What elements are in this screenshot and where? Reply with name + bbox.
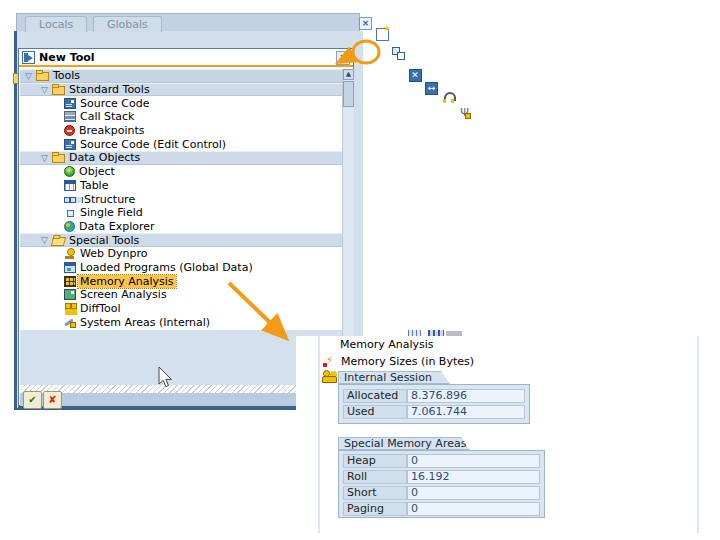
difftool-icon	[64, 303, 76, 314]
tree-item-breakpoints[interactable]: Breakpoints	[20, 124, 342, 138]
field-value: 0	[407, 454, 540, 468]
tree-item-tools[interactable]: Tools	[20, 69, 342, 83]
highlighted-label: Memory Analysis	[78, 275, 176, 288]
tree-item-special-tools[interactable]: Special Tools	[20, 233, 342, 247]
memory-panel-title: Memory Analysis	[340, 338, 434, 351]
special-memory-areas-groupbox: Heap 0 Roll 16.192 Short 0 Paging 0	[338, 450, 545, 518]
debugger-screen: Locals Globals New Tool × Tools Standard…	[0, 0, 720, 540]
exit-dialog-icon	[22, 51, 35, 64]
field-value: 7.061.744	[407, 405, 525, 419]
close-tool-icon[interactable]	[359, 17, 372, 30]
field-value: 8.376.896	[407, 389, 525, 403]
field-label: Allocated	[343, 389, 407, 403]
tree-item-table[interactable]: Table	[20, 179, 342, 193]
field-label: Paging	[343, 502, 407, 516]
full-screen-icon[interactable]	[409, 69, 422, 82]
field-row: Short 0	[343, 486, 540, 500]
folder-icon	[52, 154, 65, 163]
tree-item-data-objects[interactable]: Data Objects	[20, 151, 342, 165]
resize-horizontal-icon[interactable]	[425, 82, 438, 95]
system-areas-icon	[64, 317, 76, 328]
tree-item-standard-tools[interactable]: Standard Tools	[20, 83, 342, 97]
tree-item-single-field[interactable]: Single Field	[20, 206, 342, 220]
folder-icon	[52, 86, 65, 95]
dialog-titlebar[interactable]: New Tool	[19, 49, 353, 67]
folder-icon	[36, 72, 49, 81]
data-explorer-icon	[64, 221, 75, 232]
field-row: Used 7.061.744	[343, 405, 525, 419]
tool-settings-icon[interactable]	[458, 106, 471, 119]
new-tool-icon[interactable]	[376, 28, 389, 41]
breakpoint-icon	[64, 125, 75, 136]
web-dynpro-icon	[64, 248, 76, 259]
tree-item-system-areas[interactable]: System Areas (Internal)	[20, 315, 342, 329]
dialog-title: New Tool	[39, 51, 95, 64]
tree-item-loaded-programs[interactable]: Loaded Programs (Global Data)	[20, 261, 342, 275]
field-label: Roll	[343, 470, 407, 484]
structure-icon	[64, 194, 80, 205]
scroll-up-icon[interactable]	[343, 69, 354, 80]
tab-globals[interactable]: Globals	[93, 16, 162, 32]
memory-sizes-label: Memory Sizes (in Bytes)	[341, 355, 474, 368]
memory-analysis-icon	[64, 276, 76, 287]
memory-sizes-icon	[323, 354, 336, 367]
tree-item-data-explorer[interactable]: Data Explorer	[20, 220, 342, 234]
internal-session-icon	[322, 370, 337, 383]
field-value: 0	[407, 502, 540, 516]
field-row: Paging 0	[343, 502, 540, 516]
services-icon[interactable]	[442, 90, 455, 103]
panel-divider	[318, 336, 320, 533]
source-code-icon	[64, 139, 76, 150]
confirm-button[interactable]: ✔	[23, 391, 42, 409]
tree-item-structure[interactable]: Structure	[20, 192, 342, 206]
table-icon	[64, 180, 76, 191]
field-label: Heap	[343, 454, 407, 468]
field-row: Allocated 8.376.896	[343, 389, 525, 403]
group-header-internal-session: Internal Session	[338, 371, 450, 384]
expander-icon[interactable]	[39, 84, 50, 96]
replace-tool-icon[interactable]	[392, 47, 405, 60]
single-field-icon	[64, 207, 76, 218]
tabstrip: Locals Globals	[16, 13, 360, 31]
field-label: Used	[343, 405, 407, 419]
panel-divider	[697, 336, 699, 533]
tree-item-memory-analysis[interactable]: Memory Analysis	[20, 274, 342, 288]
open-folder-icon	[51, 237, 66, 246]
expander-icon[interactable]	[39, 152, 50, 164]
expander-icon[interactable]	[39, 234, 50, 246]
tab-locals[interactable]: Locals	[25, 16, 87, 32]
group-header-special-memory-areas: Special Memory Areas	[338, 437, 470, 450]
tree-item-web-dynpro[interactable]: Web Dynpro	[20, 247, 342, 261]
source-code-icon	[64, 98, 76, 109]
field-label: Short	[343, 486, 407, 500]
call-stack-icon	[64, 111, 76, 122]
dialog-close-icon[interactable]: ×	[336, 51, 350, 65]
tool-tree: Tools Standard Tools Source Code Call St…	[20, 69, 342, 330]
scrollbar-thumb[interactable]	[343, 81, 354, 107]
internal-session-groupbox: Allocated 8.376.896 Used 7.061.744	[338, 384, 530, 424]
tree-item-source-code-edit-control[interactable]: Source Code (Edit Control)	[20, 137, 342, 151]
memory-analysis-panel: Memory Analysis Memory Sizes (in Bytes) …	[296, 336, 720, 533]
tree-item-call-stack[interactable]: Call Stack	[20, 110, 342, 124]
field-value: 0	[407, 486, 540, 500]
expander-icon[interactable]	[23, 70, 34, 82]
object-icon	[64, 166, 75, 177]
field-value: 16.192	[407, 470, 540, 484]
tree-item-difftool[interactable]: DiffTool	[20, 302, 342, 316]
tree-empty-area	[20, 330, 342, 385]
tree-item-screen-analysis[interactable]: Screen Analysis	[20, 288, 342, 302]
tree-item-object[interactable]: Object	[20, 165, 342, 179]
loaded-programs-icon	[64, 262, 76, 273]
tree-item-source-code[interactable]: Source Code	[20, 96, 342, 110]
field-row: Heap 0	[343, 454, 540, 468]
screen-analysis-icon	[64, 289, 76, 300]
field-row: Roll 16.192	[343, 470, 540, 484]
cancel-button[interactable]: ✘	[43, 391, 62, 409]
